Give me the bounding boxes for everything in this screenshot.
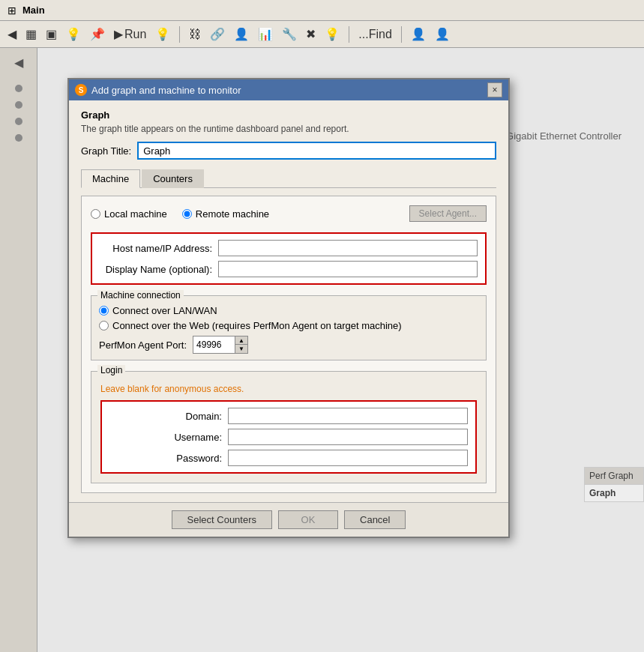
- graph-title-label: Graph Title:: [81, 145, 131, 157]
- run-label: Run: [124, 28, 146, 41]
- username-row: Username:: [109, 429, 468, 445]
- web-option[interactable]: Connect over the Web (requires PerfMon A…: [99, 320, 478, 331]
- dot-4: [15, 134, 22, 142]
- machine-tab-content: Local machine Remote machine Select Agen…: [81, 196, 496, 493]
- username-label: Username:: [109, 432, 222, 443]
- toolbar-unlink-button[interactable]: 🔗: [207, 24, 228, 45]
- remote-machine-option[interactable]: Remote machine: [182, 208, 269, 220]
- app-title: Main: [22, 4, 45, 16]
- toolbar-chart-button[interactable]: 📊: [255, 24, 276, 45]
- app-icon: ⊞: [6, 4, 18, 16]
- graph-title-input[interactable]: [137, 142, 496, 160]
- graph-description: The graph title appears on the runtime d…: [81, 124, 496, 134]
- add-graph-dialog: S Add graph and machine to monitor × Gra…: [67, 78, 510, 538]
- local-machine-label: Local machine: [104, 208, 167, 220]
- local-machine-option[interactable]: Local machine: [91, 208, 167, 220]
- port-spin-up[interactable]: ▲: [235, 336, 247, 345]
- password-input[interactable]: [228, 450, 468, 466]
- dot-3: [15, 118, 22, 125]
- dialog-title: Add graph and machine to monitor: [91, 85, 241, 96]
- port-input[interactable]: [193, 336, 235, 353]
- machine-connection-section: Machine connection Connect over LAN/WAN …: [91, 295, 487, 360]
- port-input-container: ▲ ▼: [193, 336, 248, 354]
- title-bar: ⊞ Main: [0, 0, 644, 21]
- password-label: Password:: [109, 453, 222, 464]
- login-section: Login Leave blank for anonymous access. …: [91, 371, 487, 483]
- display-name-input[interactable]: [218, 261, 478, 277]
- login-section-label: Login: [97, 365, 125, 375]
- toolbar-bulb-button[interactable]: 💡: [63, 24, 84, 45]
- lan-option[interactable]: Connect over LAN/WAN: [99, 305, 478, 316]
- separator-1: [179, 26, 180, 43]
- domain-input[interactable]: [228, 408, 468, 424]
- web-label: Connect over the Web (requires PerfMon A…: [112, 320, 402, 331]
- dot-2: [15, 101, 22, 109]
- hostname-input[interactable]: [218, 240, 478, 256]
- port-spin-down[interactable]: ▼: [235, 345, 247, 353]
- toolbar-bulb3-button[interactable]: 💡: [322, 24, 343, 45]
- web-radio[interactable]: [99, 321, 109, 330]
- center-area: Killer E2400 Gigabit Ethernet Controller…: [37, 48, 644, 652]
- select-agent-button[interactable]: Select Agent...: [409, 205, 487, 222]
- toolbar-list-button[interactable]: ▦: [22, 24, 40, 45]
- graph-section-title: Graph: [81, 109, 496, 121]
- machine-type-group: Local machine Remote machine Select Agen…: [91, 205, 487, 222]
- run-icon: ▶: [114, 27, 123, 41]
- login-fields-group: Domain: Username: Password:: [100, 400, 477, 474]
- dialog-titlebar: S Add graph and machine to monitor ×: [69, 79, 508, 100]
- remote-machine-label: Remote machine: [196, 208, 269, 220]
- left-panel: ◀: [0, 48, 37, 652]
- toolbar-bulb2-button[interactable]: 💡: [152, 24, 173, 45]
- port-label: PerfMon Agent Port:: [99, 339, 187, 351]
- collapse-arrow[interactable]: ◀: [14, 55, 23, 70]
- select-counters-button[interactable]: Select Counters: [172, 510, 273, 529]
- domain-row: Domain:: [109, 408, 468, 424]
- dialog-close-button[interactable]: ×: [487, 82, 502, 97]
- separator-2: [349, 26, 349, 43]
- dialog-icon: S: [75, 84, 87, 96]
- tabs-bar: Machine Counters: [81, 169, 496, 188]
- toolbar-person-button[interactable]: 👤: [231, 24, 252, 45]
- dot-1: [15, 85, 22, 92]
- tab-counters[interactable]: Counters: [142, 169, 204, 188]
- port-spinners: ▲ ▼: [235, 336, 247, 353]
- login-description: Leave blank for anonymous access.: [100, 384, 477, 394]
- dialog-footer: Select Counters OK Cancel: [69, 502, 508, 537]
- username-input[interactable]: [228, 429, 468, 445]
- toolbar-x-button[interactable]: ✖: [303, 24, 319, 45]
- lan-radio[interactable]: [99, 306, 109, 316]
- ok-button[interactable]: OK: [278, 510, 338, 529]
- toolbar-pin-button[interactable]: 📌: [87, 24, 108, 45]
- graph-section: Graph The graph title appears on the run…: [81, 109, 496, 160]
- toolbar-person2-button[interactable]: 👤: [408, 24, 429, 45]
- separator-3: [401, 26, 402, 43]
- toolbar-tool-button[interactable]: 🔧: [279, 24, 300, 45]
- main-window: ⊞ Main ◀ ▦ ▣ 💡 📌 ▶ Run 💡 ⛓ 🔗 👤 📊 🔧 ✖ 💡 .…: [0, 0, 644, 652]
- domain-label: Domain:: [109, 411, 222, 422]
- connection-options: Connect over LAN/WAN Connect over the We…: [99, 305, 478, 354]
- left-panel-dots: [15, 85, 22, 142]
- find-label: ...Find: [358, 28, 391, 41]
- machine-connection-label: Machine connection: [97, 290, 184, 301]
- toolbar-link-button[interactable]: ⛓: [186, 24, 204, 45]
- run-button[interactable]: ▶ Run: [111, 24, 149, 45]
- host-fields-group: Host name/IP Address: Display Name (opti…: [91, 232, 487, 285]
- hostname-row: Host name/IP Address:: [100, 240, 478, 256]
- port-row: PerfMon Agent Port: ▲ ▼: [99, 336, 478, 354]
- display-name-label: Display Name (optional):: [100, 264, 212, 275]
- remote-machine-radio[interactable]: [182, 209, 192, 219]
- find-button[interactable]: ...Find: [355, 24, 394, 45]
- password-row: Password:: [109, 450, 468, 466]
- back-button[interactable]: ◀: [4, 24, 19, 45]
- run-group: ▶ Run: [111, 24, 149, 45]
- local-machine-radio[interactable]: [91, 209, 100, 219]
- toolbar-person3-button[interactable]: 👤: [432, 24, 453, 45]
- lan-label: Connect over LAN/WAN: [112, 305, 217, 316]
- graph-title-row: Graph Title:: [81, 142, 496, 160]
- main-content: ◀ Killer E2400 Gigabit Ethernet Controll…: [0, 48, 644, 652]
- dialog-titlebar-left: S Add graph and machine to monitor: [75, 84, 241, 96]
- toolbar-table-button[interactable]: ▣: [43, 24, 60, 45]
- cancel-button[interactable]: Cancel: [344, 510, 406, 529]
- tab-machine[interactable]: Machine: [81, 169, 140, 188]
- display-name-row: Display Name (optional):: [100, 261, 478, 277]
